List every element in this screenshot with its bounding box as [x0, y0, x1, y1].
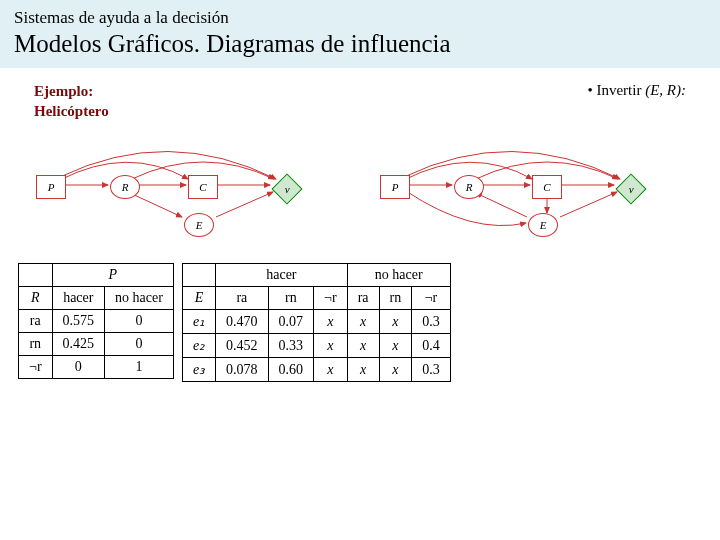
diagram-right: P R C v E [362, 135, 672, 245]
example-label: Ejemplo: Helicóptero [34, 82, 109, 121]
slide-body: Ejemplo: Helicóptero • Invertir (E, R): [0, 68, 720, 392]
node-R: R [110, 175, 140, 199]
node-v: v [615, 173, 646, 204]
operation-args: (E, R): [645, 82, 686, 98]
operation-label: • Invertir (E, R): [587, 82, 686, 121]
tables-row: P R hacer no hacer ra0.5750 rn0.4250 ¬r0… [18, 263, 702, 382]
node-E: E [184, 213, 214, 237]
table-row: e₂0.4520.33xxx0.4 [182, 334, 450, 358]
slide-header: Sistemas de ayuda a la decisión Modelos … [0, 0, 720, 68]
table-row: ra0.5750 [19, 310, 174, 333]
table-row: hacer no hacer [182, 264, 450, 287]
table-row: e₁0.4700.07xxx0.3 [182, 310, 450, 334]
subtitle: Sistemas de ayuda a la decisión [14, 8, 706, 28]
diagram-row: P R C v E [18, 135, 702, 245]
table-left: P R hacer no hacer ra0.5750 rn0.4250 ¬r0… [18, 263, 174, 379]
title: Modelos Gráficos. Diagramas de influenci… [14, 30, 706, 58]
node-P: P [380, 175, 410, 199]
node-C: C [188, 175, 218, 199]
node-P: P [36, 175, 66, 199]
node-E: E [528, 213, 558, 237]
table-right: hacer no hacer E rarn¬r rarn¬r e₁0.4700.… [182, 263, 451, 382]
diagram-left: P R C v E [18, 135, 328, 245]
node-C: C [532, 175, 562, 199]
operation-bullet: • Invertir [587, 82, 645, 98]
node-v: v [271, 173, 302, 204]
table-row: ¬r01 [19, 356, 174, 379]
example-line1: Ejemplo: [34, 82, 109, 102]
node-R: R [454, 175, 484, 199]
table-row: rn0.4250 [19, 333, 174, 356]
example-line2: Helicóptero [34, 102, 109, 122]
table-row: R hacer no hacer [19, 287, 174, 310]
table-row: E rarn¬r rarn¬r [182, 287, 450, 310]
table-row: e₃0.0780.60xxx0.3 [182, 358, 450, 382]
table-row: P [19, 264, 174, 287]
